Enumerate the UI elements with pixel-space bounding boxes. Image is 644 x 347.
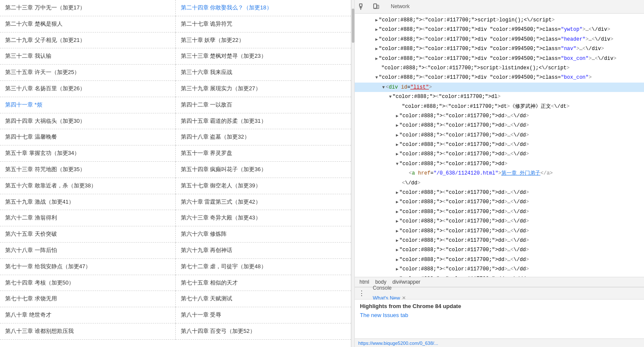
xml-line[interactable]: ▶ "color:#888;"><"color:#117700;">dd>…<\… [355,217,644,226]
list-item[interactable]: 第八十一章 受辱 [176,307,351,323]
xml-line[interactable]: ▶ "color:#888;"><"color:#117700;">dd>…<\… [355,264,644,274]
collapse-arrow[interactable]: ▶ [396,219,398,224]
list-item[interactable]: 第四十五章 霸道的苏柔（加更31） [176,113,351,130]
list-item[interactable]: 第七十一章 给我安静点（加更47） [0,259,176,275]
xml-line[interactable]: "color:#888;"><"color:#117700;">script>l… [355,63,644,73]
list-item[interactable]: 第四十七章 温馨晚餐 [0,129,176,145]
list-item[interactable]: 第二十七章 诡异符咒 [176,16,351,33]
xml-line[interactable]: ▼ <div id="list"> [355,83,644,92]
list-item[interactable]: 第五十四章 疯癫叫花子（加更36） [176,162,351,178]
xml-line[interactable]: ▼ "color:#888;"><"color:#117700;">dd> [355,159,644,169]
collapse-arrow[interactable]: ▶ [375,47,378,51]
collapse-arrow[interactable]: ▶ [396,229,398,234]
xml-line[interactable]: ▶ "color:#888;"><"color:#117700;">dd>…<\… [355,255,644,264]
list-item[interactable]: 第七十五章 相似的天才 [176,275,351,291]
collapse-arrow[interactable]: ▶ [375,18,378,23]
inspect-element-icon[interactable] [356,1,368,13]
list-item[interactable]: 第八十四章 百变弓（加更52） [176,323,351,340]
xml-line[interactable]: <\/dd> [355,178,644,188]
list-item[interactable]: 第三十二章 我认输 [0,48,176,65]
xml-line[interactable]: ▶ "color:#888;"><"color:#117700;">dd>…<\… [355,236,644,245]
collapse-arrow[interactable]: ▼ [382,85,385,90]
list-item[interactable]: 第四十八章 盗墓（加更32） [176,129,351,145]
list-item[interactable]: 第五十九章 激战（加更41） [0,194,176,211]
collapse-arrow[interactable]: ▶ [396,152,398,157]
list-item[interactable]: 第二十三章 万中无一（加更17） [0,0,176,16]
list-item[interactable]: 第四十四章 大祸临头（加更30） [0,113,176,130]
list-item[interactable]: 第三十八章 名扬百里（加更26） [0,81,176,97]
list-item[interactable]: 第七十四章 考核（加更50） [0,275,176,291]
xml-line[interactable]: ▶ "color:#888;"><"color:#117700;">dd>…<\… [355,149,644,159]
elements-panel[interactable]: ▶ "color:#888;"><"color:#117700;">script… [355,14,644,277]
collapse-arrow[interactable]: ▶ [396,210,398,214]
xml-line[interactable]: ▼ "color:#888;"><"color:#117700;">div "c… [355,73,644,82]
collapse-arrow[interactable]: ▼ [389,95,392,99]
xml-line[interactable]: "color:#888;"><"color:#117700;">dt>《修罗武神… [355,102,644,111]
list-item[interactable]: 第四十一章 *烦 [0,97,176,113]
list-item[interactable]: 第五十六章 敢靠近者，杀（加更38） [0,178,176,194]
tab-network[interactable]: Network [386,1,425,13]
list-item[interactable]: 第六十五章 天价突破 [0,226,176,243]
bottom-tab-console[interactable]: Console [368,283,410,294]
xml-line[interactable]: ▶ "color:#888;"><"color:#117700;">div "c… [355,35,644,44]
xml-line[interactable]: ▶ "color:#888;"><"color:#117700;">dd>…<\… [355,130,644,140]
xml-line[interactable]: ▶ "color:#888;"><"color:#117700;">dd>…<\… [355,188,644,197]
list-item[interactable]: 第六十八章 一阵后怕 [0,243,176,259]
collapse-arrow[interactable]: ▼ [396,162,398,166]
xml-line[interactable]: ▶ "color:#888;"><"color:#117700;">dd>…<\… [355,245,644,255]
xml-line[interactable]: ▶ "color:#888;"><"color:#117700;">script… [355,15,644,25]
xml-line[interactable]: <a href="/0_638/1124120.html">第一章 外门弟子</… [355,169,644,178]
list-item[interactable]: 第三十六章 我来应战 [176,65,351,81]
xml-line[interactable]: ▼ "color:#888;"><"color:#117700;">dl> [355,92,644,101]
xml-line[interactable]: ▶ "color:#888;"><"color:#117700;">div "c… [355,54,644,63]
list-item[interactable]: 第二十六章 楚枫是狠人 [0,16,176,33]
collapse-arrow[interactable]: ▶ [396,123,398,128]
collapse-arrow[interactable]: ▶ [396,238,398,243]
xml-line[interactable]: ▶ "color:#888;"><"color:#117700;">dd>…<\… [355,226,644,236]
xml-line[interactable]: ▶ "color:#888;"><"color:#117700;">div "c… [355,44,644,53]
list-item[interactable]: 第七十八章 天赋测试 [176,291,351,307]
list-item[interactable]: 第二十九章 父子相见（加更21） [0,33,176,49]
xml-line[interactable]: ▶ "color:#888;"><"color:#117700;">dd>…<\… [355,207,644,217]
list-item[interactable]: 第三十章 妖孽（加更22） [176,33,351,49]
list-item[interactable]: 第二十四章 你敢娶我么？（加更18） [176,0,351,16]
collapse-arrow[interactable]: ▶ [375,37,378,42]
list-item[interactable]: 第四十二章 一以敌百 [176,97,351,113]
collapse-arrow[interactable]: ▶ [396,258,398,262]
list-item[interactable]: 第三十五章 许天一（加更25） [0,65,176,81]
more-tabs-button[interactable]: ⋮ [356,288,367,299]
list-item[interactable]: 第五十章 掌握玄功（加更34） [0,145,176,162]
list-item[interactable]: 第五十三章 符咒地图（加更35） [0,162,176,178]
collapse-arrow[interactable]: ▼ [375,75,378,80]
collapse-arrow[interactable]: ▶ [396,133,398,138]
list-item[interactable]: 第七十七章 求饶无用 [0,291,176,307]
collapse-arrow[interactable]: ▶ [375,27,378,32]
collapse-arrow[interactable]: ▶ [375,56,378,61]
collapse-arrow[interactable]: ▶ [396,248,398,252]
list-item[interactable]: 第六十九章 再创神话 [176,243,351,259]
device-toolbar-icon[interactable] [370,1,382,13]
list-item[interactable]: 第八十三章 谁都别想欺压我 [0,323,176,340]
list-item[interactable]: 第三十九章 展现实力（加更27） [176,81,351,97]
list-item[interactable]: 第六十三章 奇异大殿（加更43） [176,210,351,226]
collapse-arrow[interactable]: ▶ [396,200,398,205]
indent-spacer: ▼ [355,160,399,168]
list-item[interactable]: 第三十三章 楚枫对楚寻（加更23） [176,48,351,65]
list-item[interactable]: 第六十二章 渔翁得利 [0,210,176,226]
xml-line[interactable]: ▶ "color:#888;"><"color:#117700;">dd>…<\… [355,111,644,121]
collapse-arrow[interactable]: ▶ [396,190,398,195]
list-item[interactable]: 第五十一章 界灵罗盘 [176,145,351,162]
list-item[interactable]: 第五十七章 御空老人（加更39） [176,178,351,194]
xml-line[interactable]: ▶ "color:#888;"><"color:#117700;">dd>…<\… [355,121,644,130]
list-item[interactable]: 第七十二章 虐，司徒宇（加更48） [176,259,351,275]
list-item[interactable]: 第六十六章 修炼阵 [176,226,351,243]
collapse-arrow[interactable]: ▶ [396,267,398,272]
xml-line[interactable]: ▶ "color:#888;"><"color:#117700;">dd>…<\… [355,140,644,149]
issues-tab-link[interactable]: The new Issues tab [360,312,639,318]
xml-line[interactable]: ▶ "color:#888;"><"color:#117700;">dd>…<\… [355,197,644,207]
collapse-arrow[interactable]: ▶ [396,114,398,119]
collapse-arrow[interactable]: ▶ [396,142,398,147]
list-item[interactable]: 第六十章 雷霆第三式（加更42） [176,194,351,211]
xml-line[interactable]: ▶ "color:#888;"><"color:#117700;">div "c… [355,25,644,34]
list-item[interactable]: 第八十章 绝世奇才 [0,307,176,323]
